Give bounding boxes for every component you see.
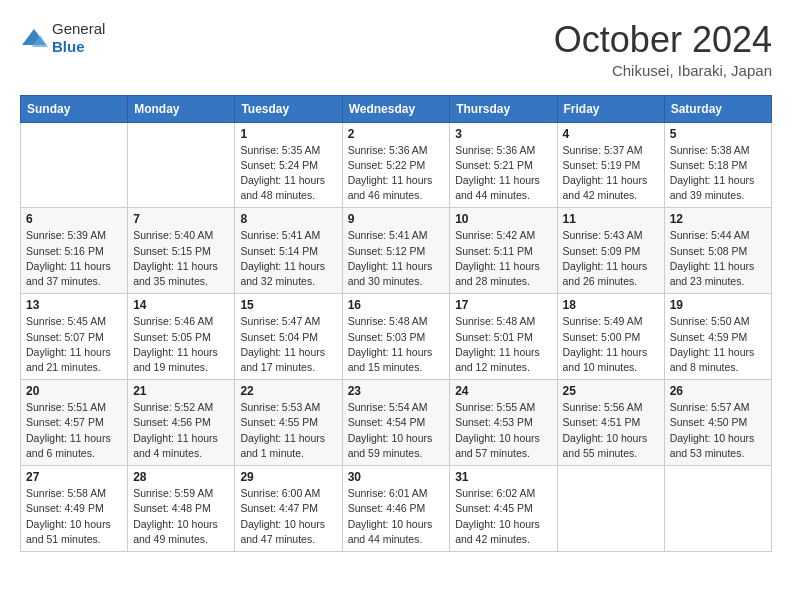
day-number: 18: [563, 298, 659, 312]
calendar-cell: 4Sunrise: 5:37 AMSunset: 5:19 PMDaylight…: [557, 122, 664, 208]
day-number: 14: [133, 298, 229, 312]
calendar-cell: 24Sunrise: 5:55 AMSunset: 4:53 PMDayligh…: [450, 380, 557, 466]
calendar-cell: 21Sunrise: 5:52 AMSunset: 4:56 PMDayligh…: [128, 380, 235, 466]
day-number: 8: [240, 212, 336, 226]
day-number: 27: [26, 470, 122, 484]
calendar-cell: 3Sunrise: 5:36 AMSunset: 5:21 PMDaylight…: [450, 122, 557, 208]
calendar-header-cell: Saturday: [664, 95, 771, 122]
calendar-cell: 30Sunrise: 6:01 AMSunset: 4:46 PMDayligh…: [342, 466, 450, 552]
day-info: Sunrise: 5:36 AMSunset: 5:21 PMDaylight:…: [455, 143, 551, 204]
day-info: Sunrise: 5:50 AMSunset: 4:59 PMDaylight:…: [670, 314, 766, 375]
calendar-cell: 14Sunrise: 5:46 AMSunset: 5:05 PMDayligh…: [128, 294, 235, 380]
day-number: 17: [455, 298, 551, 312]
month-title: October 2024: [554, 20, 772, 60]
day-info: Sunrise: 5:57 AMSunset: 4:50 PMDaylight:…: [670, 400, 766, 461]
day-info: Sunrise: 5:54 AMSunset: 4:54 PMDaylight:…: [348, 400, 445, 461]
location-title: Chikusei, Ibaraki, Japan: [554, 62, 772, 79]
calendar-cell: 7Sunrise: 5:40 AMSunset: 5:15 PMDaylight…: [128, 208, 235, 294]
day-info: Sunrise: 5:59 AMSunset: 4:48 PMDaylight:…: [133, 486, 229, 547]
calendar-table: SundayMondayTuesdayWednesdayThursdayFrid…: [20, 95, 772, 552]
day-number: 31: [455, 470, 551, 484]
day-info: Sunrise: 5:58 AMSunset: 4:49 PMDaylight:…: [26, 486, 122, 547]
title-block: October 2024 Chikusei, Ibaraki, Japan: [554, 20, 772, 79]
day-number: 16: [348, 298, 445, 312]
page-header: General Blue October 2024 Chikusei, Ibar…: [20, 20, 772, 79]
calendar-cell: 22Sunrise: 5:53 AMSunset: 4:55 PMDayligh…: [235, 380, 342, 466]
calendar-week-row: 27Sunrise: 5:58 AMSunset: 4:49 PMDayligh…: [21, 466, 772, 552]
day-info: Sunrise: 5:56 AMSunset: 4:51 PMDaylight:…: [563, 400, 659, 461]
calendar-header-cell: Sunday: [21, 95, 128, 122]
day-number: 29: [240, 470, 336, 484]
day-info: Sunrise: 5:41 AMSunset: 5:12 PMDaylight:…: [348, 228, 445, 289]
day-number: 6: [26, 212, 122, 226]
calendar-cell: 8Sunrise: 5:41 AMSunset: 5:14 PMDaylight…: [235, 208, 342, 294]
day-info: Sunrise: 5:47 AMSunset: 5:04 PMDaylight:…: [240, 314, 336, 375]
calendar-cell: [557, 466, 664, 552]
calendar-cell: 10Sunrise: 5:42 AMSunset: 5:11 PMDayligh…: [450, 208, 557, 294]
day-number: 12: [670, 212, 766, 226]
calendar-header-cell: Wednesday: [342, 95, 450, 122]
calendar-cell: 27Sunrise: 5:58 AMSunset: 4:49 PMDayligh…: [21, 466, 128, 552]
calendar-cell: 18Sunrise: 5:49 AMSunset: 5:00 PMDayligh…: [557, 294, 664, 380]
day-info: Sunrise: 5:43 AMSunset: 5:09 PMDaylight:…: [563, 228, 659, 289]
calendar-week-row: 6Sunrise: 5:39 AMSunset: 5:16 PMDaylight…: [21, 208, 772, 294]
day-number: 22: [240, 384, 336, 398]
calendar-header-row: SundayMondayTuesdayWednesdayThursdayFrid…: [21, 95, 772, 122]
day-number: 21: [133, 384, 229, 398]
day-info: Sunrise: 5:42 AMSunset: 5:11 PMDaylight:…: [455, 228, 551, 289]
calendar-cell: 1Sunrise: 5:35 AMSunset: 5:24 PMDaylight…: [235, 122, 342, 208]
calendar-cell: [128, 122, 235, 208]
calendar-cell: 2Sunrise: 5:36 AMSunset: 5:22 PMDaylight…: [342, 122, 450, 208]
day-number: 28: [133, 470, 229, 484]
day-info: Sunrise: 5:55 AMSunset: 4:53 PMDaylight:…: [455, 400, 551, 461]
day-number: 5: [670, 127, 766, 141]
calendar-cell: [664, 466, 771, 552]
day-info: Sunrise: 5:37 AMSunset: 5:19 PMDaylight:…: [563, 143, 659, 204]
calendar-cell: 26Sunrise: 5:57 AMSunset: 4:50 PMDayligh…: [664, 380, 771, 466]
calendar-cell: 28Sunrise: 5:59 AMSunset: 4:48 PMDayligh…: [128, 466, 235, 552]
calendar-cell: 17Sunrise: 5:48 AMSunset: 5:01 PMDayligh…: [450, 294, 557, 380]
calendar-cell: 25Sunrise: 5:56 AMSunset: 4:51 PMDayligh…: [557, 380, 664, 466]
calendar-cell: 9Sunrise: 5:41 AMSunset: 5:12 PMDaylight…: [342, 208, 450, 294]
calendar-header-cell: Monday: [128, 95, 235, 122]
calendar-cell: 15Sunrise: 5:47 AMSunset: 5:04 PMDayligh…: [235, 294, 342, 380]
calendar-cell: 29Sunrise: 6:00 AMSunset: 4:47 PMDayligh…: [235, 466, 342, 552]
calendar-week-row: 13Sunrise: 5:45 AMSunset: 5:07 PMDayligh…: [21, 294, 772, 380]
day-info: Sunrise: 5:48 AMSunset: 5:03 PMDaylight:…: [348, 314, 445, 375]
day-info: Sunrise: 6:01 AMSunset: 4:46 PMDaylight:…: [348, 486, 445, 547]
day-number: 25: [563, 384, 659, 398]
calendar-cell: 20Sunrise: 5:51 AMSunset: 4:57 PMDayligh…: [21, 380, 128, 466]
day-info: Sunrise: 5:45 AMSunset: 5:07 PMDaylight:…: [26, 314, 122, 375]
day-info: Sunrise: 5:40 AMSunset: 5:15 PMDaylight:…: [133, 228, 229, 289]
calendar-header-cell: Friday: [557, 95, 664, 122]
calendar-cell: 6Sunrise: 5:39 AMSunset: 5:16 PMDaylight…: [21, 208, 128, 294]
day-info: Sunrise: 5:52 AMSunset: 4:56 PMDaylight:…: [133, 400, 229, 461]
logo: General Blue: [20, 20, 105, 56]
day-info: Sunrise: 5:38 AMSunset: 5:18 PMDaylight:…: [670, 143, 766, 204]
day-info: Sunrise: 5:46 AMSunset: 5:05 PMDaylight:…: [133, 314, 229, 375]
day-info: Sunrise: 5:48 AMSunset: 5:01 PMDaylight:…: [455, 314, 551, 375]
day-number: 4: [563, 127, 659, 141]
calendar-body: 1Sunrise: 5:35 AMSunset: 5:24 PMDaylight…: [21, 122, 772, 551]
calendar-cell: 5Sunrise: 5:38 AMSunset: 5:18 PMDaylight…: [664, 122, 771, 208]
day-info: Sunrise: 5:35 AMSunset: 5:24 PMDaylight:…: [240, 143, 336, 204]
day-number: 2: [348, 127, 445, 141]
day-number: 19: [670, 298, 766, 312]
calendar-cell: 23Sunrise: 5:54 AMSunset: 4:54 PMDayligh…: [342, 380, 450, 466]
day-number: 10: [455, 212, 551, 226]
calendar-cell: [21, 122, 128, 208]
day-info: Sunrise: 6:02 AMSunset: 4:45 PMDaylight:…: [455, 486, 551, 547]
day-number: 24: [455, 384, 551, 398]
day-info: Sunrise: 6:00 AMSunset: 4:47 PMDaylight:…: [240, 486, 336, 547]
day-number: 13: [26, 298, 122, 312]
day-info: Sunrise: 5:49 AMSunset: 5:00 PMDaylight:…: [563, 314, 659, 375]
day-info: Sunrise: 5:39 AMSunset: 5:16 PMDaylight:…: [26, 228, 122, 289]
day-number: 11: [563, 212, 659, 226]
calendar-week-row: 1Sunrise: 5:35 AMSunset: 5:24 PMDaylight…: [21, 122, 772, 208]
calendar-cell: 19Sunrise: 5:50 AMSunset: 4:59 PMDayligh…: [664, 294, 771, 380]
calendar-cell: 12Sunrise: 5:44 AMSunset: 5:08 PMDayligh…: [664, 208, 771, 294]
day-number: 26: [670, 384, 766, 398]
calendar-header-cell: Thursday: [450, 95, 557, 122]
logo-icon: [20, 27, 48, 49]
calendar-cell: 11Sunrise: 5:43 AMSunset: 5:09 PMDayligh…: [557, 208, 664, 294]
